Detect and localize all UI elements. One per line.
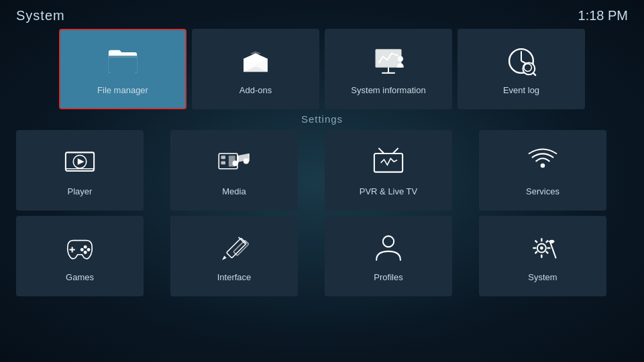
tile-services[interactable]: Services [479, 130, 606, 210]
app-title: System [16, 8, 65, 23]
settings-title: Settings [16, 113, 628, 125]
tile-games-label: Games [66, 272, 94, 282]
tile-system-information-label: System information [351, 85, 425, 95]
tile-games[interactable]: Games [16, 216, 144, 296]
folder-icon [105, 44, 140, 78]
svg-line-49 [535, 251, 537, 253]
svg-point-41 [540, 246, 543, 249]
tile-player-label: Player [68, 186, 93, 196]
tile-file-manager[interactable]: File manager [59, 29, 186, 109]
tile-profiles[interactable]: Profiles [325, 216, 452, 296]
svg-point-35 [80, 248, 84, 251]
games-icon [62, 231, 97, 265]
system-info-icon [371, 44, 406, 78]
svg-line-26 [378, 147, 384, 153]
top-tiles-row: File manager Add-ons [0, 29, 644, 109]
top-bar: System 1:18 PM [0, 0, 644, 29]
svg-line-47 [546, 251, 548, 253]
main-page: System 1:18 PM File manager [0, 0, 644, 362]
tile-media-label: Media [222, 186, 246, 196]
tile-media[interactable]: Media [170, 130, 298, 210]
tile-event-log[interactable]: Event log [458, 29, 585, 109]
svg-marker-13 [78, 158, 85, 165]
svg-rect-38 [233, 240, 249, 255]
settings-grid: Player Media [16, 130, 628, 296]
tile-event-log-label: Event log [503, 85, 539, 95]
svg-point-20 [233, 160, 238, 166]
player-icon [62, 145, 97, 180]
interface-icon [217, 231, 252, 265]
tile-add-ons-label: Add-ons [239, 85, 272, 95]
svg-point-33 [87, 248, 91, 251]
svg-line-46 [535, 240, 537, 242]
addons-icon [238, 44, 273, 78]
tile-interface[interactable]: Interface [170, 216, 298, 296]
tile-system-label: System [528, 272, 557, 282]
svg-point-21 [244, 158, 249, 164]
clock: 1:18 PM [578, 8, 628, 23]
tile-system[interactable]: System [479, 216, 606, 296]
svg-rect-17 [221, 156, 226, 159]
pvr-icon [371, 145, 406, 180]
tile-profiles-label: Profiles [374, 272, 402, 282]
svg-line-27 [393, 147, 398, 153]
svg-point-39 [383, 236, 394, 247]
tile-add-ons[interactable]: Add-ons [192, 29, 319, 109]
profiles-icon [371, 231, 406, 265]
tile-system-information[interactable]: System information [325, 29, 452, 109]
tile-player[interactable]: Player [16, 130, 144, 210]
svg-point-32 [84, 245, 87, 248]
tile-pvr-live-tv-label: PVR & Live TV [360, 186, 417, 196]
media-icon [217, 145, 252, 180]
system-icon [525, 231, 560, 265]
tile-pvr-live-tv[interactable]: PVR & Live TV [325, 130, 452, 210]
svg-point-29 [541, 163, 545, 168]
svg-line-48 [546, 240, 548, 242]
svg-point-4 [398, 56, 403, 61]
svg-point-34 [84, 251, 87, 254]
tile-services-label: Services [526, 186, 559, 196]
settings-section: Settings Player [0, 109, 644, 296]
svg-rect-18 [221, 161, 226, 164]
services-icon [525, 145, 560, 180]
event-log-icon [504, 44, 539, 78]
svg-line-9 [533, 72, 535, 74]
svg-line-50 [550, 242, 555, 257]
tile-file-manager-label: File manager [97, 85, 148, 95]
tile-interface-label: Interface [217, 272, 252, 282]
